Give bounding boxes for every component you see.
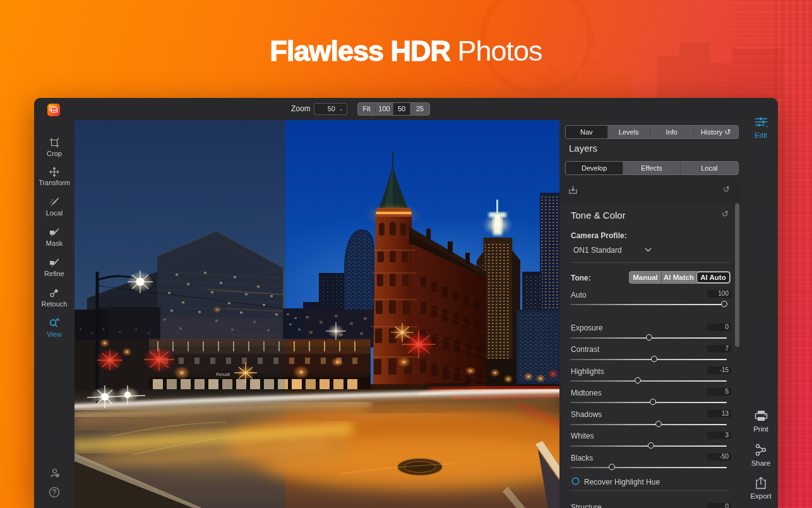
svg-text:HDR: HDR [52,109,57,112]
